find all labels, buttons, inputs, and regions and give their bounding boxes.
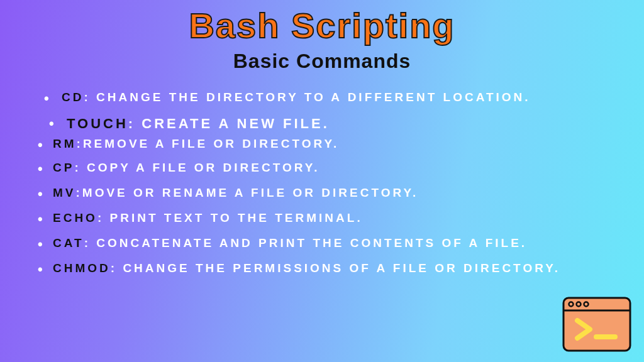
- command-name: CD: [62, 90, 84, 104]
- command-desc: CHANGE THE DIRECTORY TO A DIFFERENT LOCA…: [96, 90, 531, 104]
- page-subtitle: Basic Commands: [0, 50, 644, 73]
- list-item: ECHO: PRINT TEXT TO THE TERMINAL.: [38, 211, 619, 225]
- command-name: ECHO: [53, 211, 97, 224]
- list-item: CHMOD: CHANGE THE PERMISSIONS OF A FILE …: [38, 261, 619, 275]
- list-item: CD: CHANGE THE DIRECTORY TO A DIFFERENT …: [44, 90, 619, 104]
- command-sep: :: [111, 261, 123, 275]
- command-name: CAT: [53, 236, 84, 250]
- list-item: CAT: CONCATENATE AND PRINT THE CONTENTS …: [38, 236, 619, 250]
- page-title: Bash Scripting: [0, 0, 644, 46]
- command-desc: MOVE OR RENAME A FILE OR DIRECTORY.: [82, 186, 418, 199]
- list-item: CP: COPY A FILE OR DIRECTORY.: [38, 161, 619, 175]
- command-desc: COPY A FILE OR DIRECTORY.: [87, 161, 320, 174]
- command-desc: CHANGE THE PERMISSIONS OF A FILE OR DIRE…: [123, 261, 560, 275]
- terminal-icon: [562, 297, 631, 352]
- command-sep: :: [128, 116, 142, 131]
- list-item: RM:REMOVE A FILE OR DIRECTORY.: [38, 137, 619, 151]
- command-name: CP: [53, 161, 74, 174]
- command-sep: :: [97, 211, 110, 224]
- command-name: MV: [53, 186, 76, 199]
- command-sep: :: [76, 186, 82, 199]
- command-name: TOUCH: [67, 116, 128, 131]
- list-item: MV:MOVE OR RENAME A FILE OR DIRECTORY.: [38, 186, 619, 200]
- command-desc: CONCATENATE AND PRINT THE CONTENTS OF A …: [96, 236, 527, 250]
- list-item: TOUCH: CREATE A NEW FILE.: [49, 116, 619, 132]
- command-desc: PRINT TEXT TO THE TERMINAL.: [110, 211, 363, 224]
- command-name: RM: [53, 137, 77, 150]
- command-sep: :: [77, 137, 83, 150]
- command-sep: :: [74, 161, 87, 174]
- command-sep: :: [84, 90, 96, 104]
- command-name: CHMOD: [53, 261, 111, 275]
- command-sep: :: [84, 236, 97, 250]
- command-desc: REMOVE A FILE OR DIRECTORY.: [83, 137, 339, 150]
- command-desc: CREATE A NEW FILE.: [142, 116, 330, 131]
- command-list: CD: CHANGE THE DIRECTORY TO A DIFFERENT …: [0, 73, 644, 275]
